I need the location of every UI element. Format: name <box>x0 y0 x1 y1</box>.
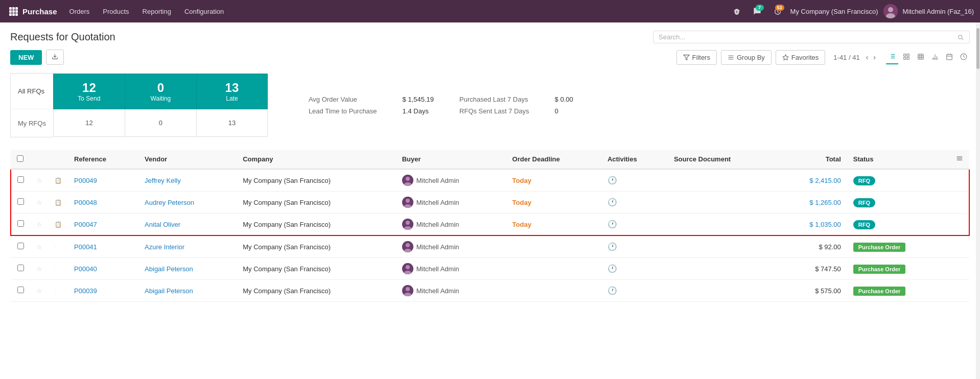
row-checkbox[interactable] <box>17 176 24 183</box>
row-vendor[interactable]: Azure Interior <box>138 235 237 258</box>
table-row[interactable]: ☆ · P00039 Abigail Peterson My Company (… <box>11 280 969 302</box>
menu-reporting[interactable]: Reporting <box>136 5 177 18</box>
row-star-cell[interactable]: ☆ <box>30 192 49 214</box>
row-checkbox-cell <box>11 280 30 302</box>
row-checkbox[interactable] <box>17 220 24 227</box>
row-vendor[interactable]: Audrey Peterson <box>138 192 237 214</box>
table-row[interactable]: ☆ 📋 P00049 Jeffrey Kelly My Company (San… <box>11 169 969 192</box>
row-vendor[interactable]: Abigail Peterson <box>138 280 237 302</box>
row-vendor[interactable]: Jeffrey Kelly <box>138 169 237 192</box>
app-name[interactable]: Purchase <box>22 7 57 16</box>
row-star-cell[interactable]: ☆ <box>30 258 49 280</box>
row-activities-cell[interactable]: 🕐 <box>601 192 668 214</box>
row-reference[interactable]: P00047 <box>68 214 138 236</box>
activity-clock-icon[interactable]: 🕐 <box>608 198 617 206</box>
activity-clock-icon[interactable]: 🕐 <box>608 242 617 251</box>
new-button[interactable]: NEW <box>10 50 42 65</box>
kanban-view-button[interactable] <box>900 51 913 64</box>
next-page-button[interactable]: › <box>871 52 878 62</box>
col-total[interactable]: Total <box>778 150 847 169</box>
col-deadline[interactable]: Order Deadline <box>506 150 601 169</box>
table-row[interactable]: ☆ 📋 P00047 Anital Oliver My Company (San… <box>11 214 969 236</box>
table-row[interactable]: ☆ · P00041 Azure Interior My Company (Sa… <box>11 235 969 258</box>
grid-view-button[interactable] <box>915 51 927 64</box>
my-waiting-val: 0 <box>125 109 196 137</box>
activity-clock-icon[interactable]: 🕐 <box>608 286 617 295</box>
activity-clock-icon[interactable]: 🕐 <box>608 220 617 228</box>
search-input[interactable] <box>659 33 957 41</box>
bar-chart-view-button[interactable] <box>929 51 941 64</box>
favorites-button[interactable]: Favorites <box>776 50 825 65</box>
activity-clock-icon[interactable]: 🕐 <box>608 264 617 273</box>
search-bar[interactable] <box>653 31 970 43</box>
timer-icon-btn[interactable]: 53 <box>770 4 785 19</box>
group-by-label: Group By <box>737 54 765 61</box>
group-by-button[interactable]: Group By <box>721 50 772 65</box>
row-checkbox[interactable] <box>17 243 24 249</box>
stat-late[interactable]: 13 Late <box>196 74 268 109</box>
select-all-checkbox[interactable] <box>17 155 24 162</box>
row-checkbox[interactable] <box>17 287 24 293</box>
row-reference[interactable]: P00039 <box>68 280 138 302</box>
col-settings[interactable] <box>950 150 969 169</box>
company-name: My Company (San Francisco) <box>790 8 878 15</box>
svg-rect-4 <box>12 10 15 13</box>
user-avatar[interactable] <box>883 4 898 18</box>
row-reference[interactable]: P00048 <box>68 192 138 214</box>
kpi-purchased-label: Purchased Last 7 Days <box>459 96 529 103</box>
row-star-cell[interactable]: ☆ <box>30 214 49 236</box>
clock-view-button[interactable] <box>958 51 970 64</box>
row-star-cell[interactable]: ☆ <box>30 280 49 302</box>
stat-to-send-lbl: To Send <box>78 95 100 102</box>
col-source[interactable]: Source Document <box>668 150 778 169</box>
row-status-badge: Purchase Order <box>853 243 906 252</box>
row-reference[interactable]: P00049 <box>68 169 138 192</box>
stat-waiting[interactable]: 0 Waiting <box>125 74 196 109</box>
activity-clock-icon[interactable]: 🕐 <box>608 176 617 184</box>
col-buyer[interactable]: Buyer <box>396 150 506 169</box>
row-buyer-cell: Mitchell Admin <box>396 192 506 214</box>
chat-icon-btn[interactable]: 7 <box>750 4 765 19</box>
menu-products[interactable]: Products <box>97 5 135 18</box>
row-star-cell[interactable]: ☆ <box>30 169 49 192</box>
row-star-cell[interactable]: ☆ <box>30 235 49 258</box>
row-activities-cell[interactable]: 🕐 <box>601 258 668 280</box>
col-reference[interactable]: Reference <box>68 150 138 169</box>
row-reference[interactable]: P00041 <box>68 235 138 258</box>
scrollbar[interactable] <box>976 22 980 379</box>
row-checkbox[interactable] <box>17 265 24 271</box>
prev-page-button[interactable]: ‹ <box>864 52 871 62</box>
row-activities-cell[interactable]: 🕐 <box>601 280 668 302</box>
bug-icon-btn[interactable] <box>729 4 744 19</box>
download-button[interactable] <box>46 50 64 65</box>
stat-to-send[interactable]: 12 To Send <box>53 74 125 109</box>
filters-button[interactable]: Filters <box>676 50 717 65</box>
col-company[interactable]: Company <box>237 150 396 169</box>
col-action <box>49 150 68 169</box>
table-row[interactable]: ☆ · P00040 Abigail Peterson My Company (… <box>11 258 969 280</box>
row-action-cell[interactable]: 📋 <box>49 192 68 214</box>
row-action-cell[interactable]: 📋 <box>49 214 68 236</box>
row-vendor[interactable]: Abigail Peterson <box>138 258 237 280</box>
row-status-cell: Purchase Order <box>847 235 950 258</box>
col-status[interactable]: Status <box>847 150 950 169</box>
table-row[interactable]: ☆ 📋 P00048 Audrey Peterson My Company (S… <box>11 192 969 214</box>
all-rfqs-label[interactable]: All RFQs <box>11 74 53 109</box>
row-activities-cell[interactable]: 🕐 <box>601 214 668 236</box>
my-rfqs-label[interactable]: My RFQs <box>11 109 53 137</box>
svg-rect-24 <box>904 57 906 59</box>
row-reference[interactable]: P00040 <box>68 258 138 280</box>
row-action-cell[interactable]: 📋 <box>49 169 68 192</box>
list-view-button[interactable] <box>886 51 898 64</box>
calendar-view-button[interactable] <box>943 51 955 64</box>
col-vendor[interactable]: Vendor <box>138 150 237 169</box>
col-activities[interactable]: Activities <box>601 150 668 169</box>
apps-grid-icon[interactable] <box>6 4 20 18</box>
menu-configuration[interactable]: Configuration <box>178 5 230 18</box>
menu-orders[interactable]: Orders <box>63 5 96 18</box>
row-activities-cell[interactable]: 🕐 <box>601 235 668 258</box>
row-checkbox[interactable] <box>17 198 24 205</box>
scrollbar-thumb[interactable] <box>976 28 979 69</box>
row-activities-cell[interactable]: 🕐 <box>601 169 668 192</box>
row-vendor[interactable]: Anital Oliver <box>138 214 237 236</box>
